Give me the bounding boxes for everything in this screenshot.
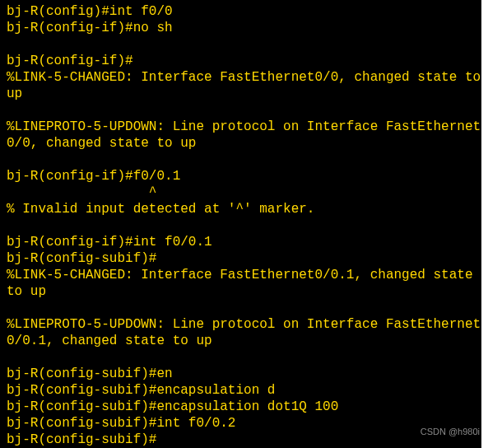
prompt-text: bj-R(config-subif)# xyxy=(7,432,156,447)
prompt-text: bj-R(config-subif)# xyxy=(7,399,156,414)
command-line: bj-R(config-if)#no sh xyxy=(7,20,481,36)
prompt-text: bj-R(config-if)# xyxy=(7,54,133,68)
command-line: bj-R(config-subif)# xyxy=(7,432,481,448)
command-line: bj-R(config-subif)#en xyxy=(7,366,481,382)
blank-line xyxy=(7,300,481,316)
command-text: f0/0.1 xyxy=(133,169,181,184)
prompt-text: bj-R(config)# xyxy=(7,4,109,19)
blank-line xyxy=(7,152,481,168)
command-line: bj-R(config-if)# xyxy=(7,53,481,69)
command-text: en xyxy=(156,366,172,381)
right-scrollbar-edge xyxy=(481,0,488,448)
output-line: ^ xyxy=(7,184,481,201)
prompt-text: bj-R(config-if)# xyxy=(7,21,133,35)
command-text: int f0/0.2 xyxy=(156,416,235,431)
prompt-text: bj-R(config-subif)# xyxy=(7,366,156,381)
command-text: no sh xyxy=(133,21,173,35)
command-line: bj-R(config-subif)# xyxy=(7,250,481,267)
blank-line xyxy=(7,102,481,119)
output-line: %LINEPROTO-5-UPDOWN: Line protocol on In… xyxy=(7,316,481,349)
output-line: % Invalid input detected at '^' marker. xyxy=(7,201,481,217)
output-line: %LINK-5-CHANGED: Interface FastEthernet0… xyxy=(7,69,481,102)
command-line: bj-R(config-if)#f0/0.1 xyxy=(7,168,481,184)
command-text: int f0/0.1 xyxy=(133,235,212,250)
output-line: %LINEPROTO-5-UPDOWN: Line protocol on In… xyxy=(7,119,481,152)
blank-line xyxy=(7,217,481,234)
terminal-output[interactable]: bj-R(config)#int f0/0bj-R(config-if)#no … xyxy=(7,3,481,448)
command-line: bj-R(config-subif)#encapsulation dot1Q 1… xyxy=(7,399,481,415)
output-line: %LINK-5-CHANGED: Interface FastEthernet0… xyxy=(7,267,481,300)
prompt-text: bj-R(config-subif)# xyxy=(7,416,156,431)
blank-line xyxy=(7,36,481,53)
blank-line xyxy=(7,349,481,366)
prompt-text: bj-R(config-subif)# xyxy=(7,383,156,398)
prompt-text: bj-R(config-if)# xyxy=(7,235,133,250)
command-line: bj-R(config-subif)#int f0/0.2 xyxy=(7,415,481,432)
command-line: bj-R(config-if)#int f0/0.1 xyxy=(7,234,481,250)
watermark-text: CSDN @h980i xyxy=(421,423,480,440)
prompt-text: bj-R(config-subif)# xyxy=(7,251,156,266)
command-text: encapsulation dot1Q 100 xyxy=(156,399,338,414)
command-line: bj-R(config)#int f0/0 xyxy=(7,3,481,20)
prompt-text: bj-R(config-if)# xyxy=(7,169,133,184)
command-line: bj-R(config-subif)#encapsulation d xyxy=(7,382,481,399)
command-text: int f0/0 xyxy=(109,4,173,19)
command-text: encapsulation d xyxy=(156,383,275,398)
